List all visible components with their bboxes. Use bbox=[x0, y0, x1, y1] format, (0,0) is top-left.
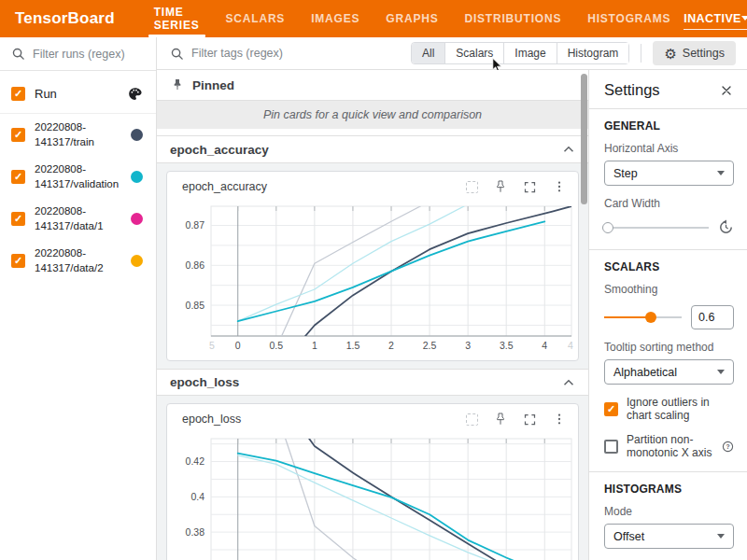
filter-image-button[interactable]: Image bbox=[503, 43, 556, 63]
run-checkbox-validation[interactable] bbox=[11, 170, 25, 184]
pinned-title: Pinned bbox=[192, 78, 234, 92]
card-width-slider[interactable] bbox=[604, 221, 709, 234]
tag-filter-bar: Filter tags (regex) All Scalars Image Hi… bbox=[157, 37, 747, 70]
smoothing-value-input[interactable]: 0.6 bbox=[691, 305, 734, 329]
svg-text:0.86: 0.86 bbox=[186, 259, 205, 271]
tab-images[interactable]: IMAGES bbox=[298, 0, 373, 37]
search-icon bbox=[11, 47, 25, 61]
horizontal-axis-select[interactable]: Step bbox=[604, 161, 734, 186]
help-icon[interactable] bbox=[722, 441, 734, 453]
run-list-header: Run bbox=[0, 75, 156, 114]
svg-text:5: 5 bbox=[209, 340, 215, 351]
app-header: TensorBoard TIME SERIES SCALARS IMAGES G… bbox=[0, 0, 747, 37]
run-row-data1: 20220808-141317/data/1 bbox=[0, 198, 156, 240]
run-status-select[interactable]: INACTIVE bbox=[684, 7, 747, 30]
main-nav: TIME SERIES SCALARS IMAGES GRAPHS DISTRI… bbox=[141, 0, 684, 37]
run-name: 20220808-141317/validation bbox=[35, 162, 131, 191]
svg-text:0.85: 0.85 bbox=[186, 300, 205, 311]
filter-tags-placeholder[interactable]: Filter tags (regex) bbox=[191, 47, 411, 60]
slider-thumb[interactable] bbox=[645, 312, 656, 323]
card-header: epoch_loss bbox=[167, 404, 578, 434]
run-column-label: Run bbox=[35, 87, 127, 101]
scalar-card-epoch-accuracy: epoch_accuracy 00.511.522.533.540.850.86… bbox=[166, 171, 579, 361]
partition-x-axis-label: Partition non-monotonic X axis bbox=[627, 433, 713, 459]
filter-scalars-button[interactable]: Scalars bbox=[444, 43, 503, 63]
scrollbar-thumb[interactable] bbox=[581, 74, 587, 204]
horizontal-axis-label: Horizontal Axis bbox=[604, 142, 734, 155]
slider-thumb[interactable] bbox=[602, 222, 613, 233]
fullscreen-icon[interactable] bbox=[523, 413, 537, 427]
filter-all-button[interactable]: All bbox=[412, 43, 444, 63]
line-chart-epoch-accuracy[interactable]: 00.511.522.533.540.850.860.8754 bbox=[168, 202, 579, 357]
settings-section-scalars: SCALARS Smoothing 0.6 Tooltip sorting me… bbox=[589, 250, 747, 472]
run-checkbox-train[interactable] bbox=[11, 128, 25, 142]
more-options-icon[interactable] bbox=[552, 179, 567, 194]
run-checkbox-data2[interactable] bbox=[11, 254, 25, 268]
run-color-dot bbox=[131, 213, 143, 225]
tab-histograms[interactable]: HISTOGRAMS bbox=[574, 0, 684, 37]
chevron-up-icon[interactable] bbox=[560, 141, 577, 158]
settings-panel-title: Settings bbox=[604, 81, 719, 99]
tooltip-sorting-label: Tooltip sorting method bbox=[604, 341, 734, 354]
svg-text:3: 3 bbox=[465, 340, 471, 351]
ignore-outliers-label: Ignore outliers in chart scaling bbox=[627, 396, 734, 422]
svg-text:0.42: 0.42 bbox=[186, 455, 205, 467]
filter-runs-input[interactable]: Filter runs (regex) bbox=[0, 37, 156, 71]
section-header-epoch-accuracy[interactable]: epoch_accuracy bbox=[157, 136, 588, 163]
run-row-data2: 20220808-141317/data/2 bbox=[0, 240, 156, 282]
run-color-dot bbox=[131, 255, 143, 267]
chevron-down-icon bbox=[717, 171, 725, 175]
select-all-runs-checkbox[interactable] bbox=[11, 87, 25, 101]
section-header-epoch-loss[interactable]: epoch_loss bbox=[157, 369, 588, 396]
svg-text:0: 0 bbox=[235, 340, 241, 351]
svg-text:2.5: 2.5 bbox=[423, 340, 437, 351]
tab-graphs[interactable]: GRAPHS bbox=[373, 0, 451, 37]
palette-icon[interactable] bbox=[127, 86, 143, 102]
tab-time-series[interactable]: TIME SERIES bbox=[141, 0, 213, 37]
filter-histogram-button[interactable]: Histogram bbox=[557, 43, 629, 63]
tab-distributions[interactable]: DISTRIBUTIONS bbox=[451, 0, 574, 37]
close-icon[interactable] bbox=[719, 83, 734, 98]
chevron-down-icon bbox=[717, 370, 725, 374]
fullscreen-icon[interactable] bbox=[523, 180, 537, 194]
pin-icon[interactable] bbox=[493, 412, 508, 427]
run-checkbox-data1[interactable] bbox=[11, 212, 25, 226]
section-heading: SCALARS bbox=[604, 260, 734, 273]
card-title: epoch_loss bbox=[182, 413, 451, 426]
reset-icon[interactable] bbox=[718, 219, 734, 235]
svg-text:0.5: 0.5 bbox=[270, 340, 284, 351]
fit-to-data-icon[interactable] bbox=[466, 413, 478, 426]
card-zone: epoch_accuracy 00.511.522.533.540.850.86… bbox=[157, 163, 588, 369]
card-title: epoch_accuracy bbox=[182, 180, 451, 193]
settings-button[interactable]: ⚙ Settings bbox=[653, 41, 736, 65]
pinned-section-header: Pinned bbox=[157, 70, 588, 101]
filter-runs-placeholder: Filter runs (regex) bbox=[33, 48, 125, 61]
smoothing-slider[interactable] bbox=[604, 311, 682, 324]
section-title: epoch_loss bbox=[170, 375, 560, 389]
more-options-icon[interactable] bbox=[552, 412, 567, 427]
app-logo: TensorBoard bbox=[0, 9, 115, 28]
tooltip-sorting-select[interactable]: Alphabetical bbox=[604, 359, 734, 385]
partition-x-axis-checkbox[interactable] bbox=[604, 440, 618, 454]
pin-icon bbox=[170, 77, 185, 92]
scalar-card-epoch-loss: epoch_loss 00.511.522.533.540.420.40.380… bbox=[166, 403, 579, 560]
run-color-dot bbox=[131, 129, 143, 141]
chevron-up-icon[interactable] bbox=[560, 374, 577, 391]
svg-text:4: 4 bbox=[542, 340, 547, 351]
run-row-validation: 20220808-141317/validation bbox=[0, 156, 156, 198]
run-status-value: INACTIVE bbox=[684, 12, 741, 25]
fit-to-data-icon[interactable] bbox=[466, 181, 478, 193]
pin-icon[interactable] bbox=[493, 179, 508, 194]
svg-text:1.5: 1.5 bbox=[346, 340, 360, 351]
section-heading: HISTOGRAMS bbox=[604, 483, 734, 496]
svg-text:4: 4 bbox=[568, 340, 573, 351]
ignore-outliers-checkbox[interactable] bbox=[604, 402, 618, 416]
svg-text:0.38: 0.38 bbox=[186, 526, 205, 538]
tab-scalars[interactable]: SCALARS bbox=[213, 0, 299, 37]
smoothing-label: Smoothing bbox=[604, 283, 734, 296]
histogram-mode-select[interactable]: Offset bbox=[604, 524, 734, 549]
run-name: 20220808-141317/data/2 bbox=[35, 246, 131, 275]
line-chart-epoch-loss[interactable]: 00.511.522.533.540.420.40.380.36 bbox=[168, 434, 579, 560]
chevron-down-icon bbox=[717, 534, 725, 539]
divider bbox=[641, 44, 641, 63]
